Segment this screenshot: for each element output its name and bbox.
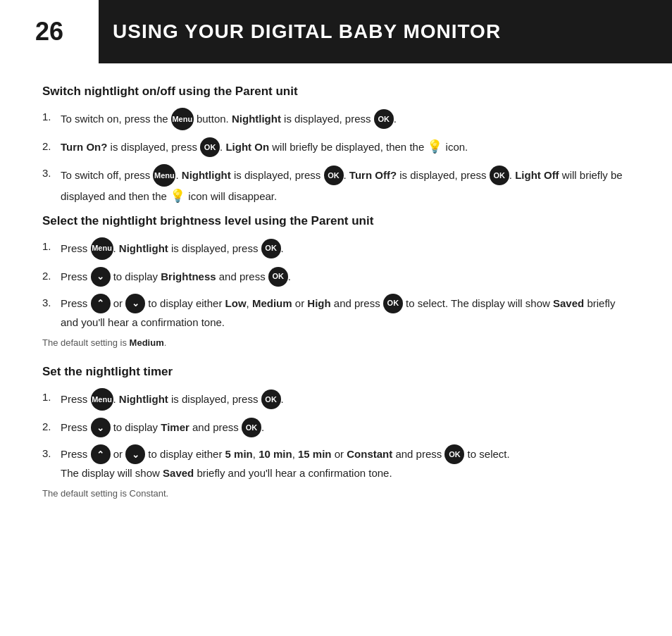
page-title: USING YOUR DIGITAL BABY MONITOR — [99, 0, 501, 63]
step-num: 2. — [42, 138, 61, 154]
step-num: 2. — [42, 418, 61, 435]
step-1-1: 1. To switch on, press the Menu button. … — [42, 108, 630, 131]
step-num: 3. — [42, 294, 61, 311]
up-button[interactable]: ⌃ — [91, 444, 111, 464]
step-text: Press ⌃ or ⌄ to display either Low, Medi… — [61, 294, 630, 330]
section2-steps: 1. Press Menu. Nightlight is displayed, … — [42, 238, 630, 330]
step-3-2: 2. Press ⌄ to display Timer and press OK… — [42, 418, 630, 438]
section2-heading: Select the nightlight brightness level u… — [42, 214, 630, 228]
step-3-1: 1. Press Menu. Nightlight is displayed, … — [42, 389, 630, 411]
menu-button[interactable]: Menu — [91, 237, 113, 260]
step-text: Press ⌄ to display Timer and press OK. — [61, 418, 630, 438]
step-2-3: 3. Press ⌃ or ⌄ to display either Low, M… — [42, 294, 630, 330]
ok-button[interactable]: OK — [324, 166, 344, 185]
step-text: Press ⌃ or ⌄ to display either 5 min, 10… — [61, 445, 630, 481]
step-2-2: 2. Press ⌄ to display Brightness and pre… — [42, 268, 630, 287]
ok-button[interactable]: OK — [374, 109, 394, 129]
step-text: Turn On? is displayed, press OK. Light O… — [61, 138, 630, 158]
page-header: 26 USING YOUR DIGITAL BABY MONITOR — [0, 0, 672, 63]
section2-default: The default setting is Medium. — [42, 337, 630, 348]
down-button[interactable]: ⌄ — [91, 267, 111, 287]
ok-button[interactable]: OK — [268, 267, 288, 287]
section3-heading: Set the nightlight timer — [42, 365, 630, 379]
menu-button[interactable]: Menu — [91, 388, 113, 411]
ok-button[interactable]: OK — [490, 166, 509, 185]
step-num: 3. — [42, 445, 61, 461]
down-button[interactable]: ⌄ — [125, 294, 145, 313]
ok-button[interactable]: OK — [261, 239, 281, 258]
bulb-icon: 💡 — [170, 187, 185, 206]
step-num: 2. — [42, 268, 61, 284]
main-content: Switch nightlight on/off using the Paren… — [0, 85, 672, 544]
ok-button[interactable]: OK — [444, 444, 464, 464]
ok-button[interactable]: OK — [383, 294, 403, 313]
bulb-icon: 💡 — [427, 137, 442, 157]
ok-button[interactable]: OK — [261, 389, 281, 409]
step-text: To switch on, press the Menu button. Nig… — [61, 108, 630, 131]
ok-button[interactable]: OK — [200, 137, 220, 157]
menu-button[interactable]: Menu — [153, 164, 175, 187]
section3-steps: 1. Press Menu. Nightlight is displayed, … — [42, 389, 630, 481]
section3-default: The default setting is Constant. — [42, 488, 630, 499]
step-text: Press ⌄ to display Brightness and press … — [61, 268, 630, 287]
page-number: 26 — [0, 0, 99, 63]
ok-button[interactable]: OK — [242, 418, 261, 437]
menu-button[interactable]: Menu — [171, 108, 194, 130]
section1-steps: 1. To switch on, press the Menu button. … — [42, 108, 630, 207]
step-num: 1. — [42, 108, 61, 125]
step-1-3: 3. To switch off, press Menu. Nightlight… — [42, 165, 630, 207]
step-text: Press Menu. Nightlight is displayed, pre… — [61, 238, 630, 261]
section1-heading: Switch nightlight on/off using the Paren… — [42, 85, 630, 99]
step-1-2: 2. Turn On? is displayed, press OK. Ligh… — [42, 138, 630, 158]
down-button[interactable]: ⌄ — [91, 418, 111, 437]
step-3-3: 3. Press ⌃ or ⌄ to display either 5 min,… — [42, 445, 630, 481]
up-button[interactable]: ⌃ — [91, 294, 111, 313]
step-num: 3. — [42, 165, 61, 181]
step-text: Press Menu. Nightlight is displayed, pre… — [61, 389, 630, 411]
step-2-1: 1. Press Menu. Nightlight is displayed, … — [42, 238, 630, 261]
step-num: 1. — [42, 389, 61, 405]
down-button[interactable]: ⌄ — [125, 444, 145, 464]
step-text: To switch off, press Menu. Nightlight is… — [61, 165, 630, 207]
step-num: 1. — [42, 238, 61, 254]
